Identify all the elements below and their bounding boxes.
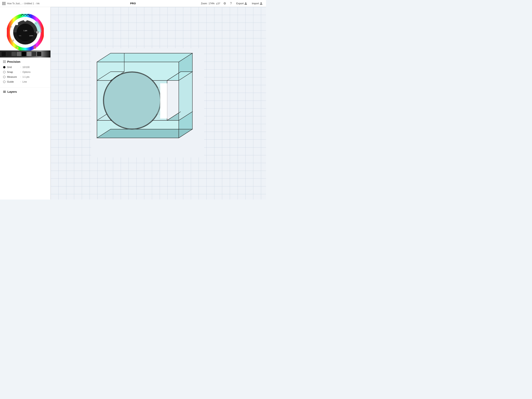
pro-label: PRO	[130, 2, 136, 5]
svg-rect-1	[245, 4, 247, 5]
svg-rect-3	[260, 4, 262, 4]
svg-point-23	[17, 47, 19, 49]
guide-radio[interactable]	[3, 81, 6, 83]
precision-guide-row: Guide › Line	[3, 80, 47, 83]
guide-value: Line	[22, 80, 27, 83]
swatch-gray[interactable]	[12, 52, 16, 56]
breadcrumb-part1[interactable]: How To Just...	[7, 2, 22, 5]
grid-value: 10/100	[22, 66, 30, 69]
settings-icon[interactable]: ⚙	[223, 1, 227, 6]
precision-icon	[3, 60, 6, 63]
export-icon	[244, 2, 247, 5]
layers-title: Layers	[7, 90, 17, 93]
measure-label[interactable]: Measure	[7, 75, 19, 78]
breadcrumb-part2[interactable]: Untitled 1	[24, 2, 34, 5]
svg-text:7: 7	[9, 38, 10, 39]
grid-radio[interactable]	[3, 66, 6, 68]
topbar-right: Zoom: 174% ∠0° ⚙ ? Export Import	[201, 1, 264, 6]
color-wheel-svg: 2 1 40 20 7 120 1 pts 0% 100%	[7, 14, 44, 51]
svg-text:1: 1	[40, 31, 41, 33]
precision-grid-row: Grid › 10/100	[3, 66, 47, 69]
layers-header: Layers	[3, 90, 47, 93]
brush-area: 2 1 40 20 7 120 1 pts 0% 100%	[0, 7, 51, 58]
pro-badge: PRO	[130, 2, 136, 5]
export-label: Export	[236, 2, 244, 5]
topbar-left: How To Just... › Untitled 1 › Ink	[2, 2, 201, 5]
svg-text:1 pts: 1 pts	[23, 30, 27, 32]
canvas-area[interactable]: .face-top { fill: #b8eaeb; stroke: #2a2a…	[51, 7, 266, 200]
swatch-charcoal[interactable]	[32, 52, 36, 56]
swatch-midgray[interactable]	[17, 52, 21, 56]
layers-menu-icon	[3, 91, 6, 93]
svg-text:2: 2	[25, 15, 26, 17]
svg-point-11	[36, 31, 39, 34]
precision-snap-row: Snap › Options	[3, 71, 47, 73]
breadcrumb-part3[interactable]: Ink	[36, 2, 39, 5]
snap-radio[interactable]	[3, 71, 6, 73]
svg-marker-2	[245, 2, 247, 4]
layers-section: Layers	[0, 88, 51, 96]
snap-label[interactable]: Snap	[7, 71, 19, 73]
swatch-dark[interactable]	[7, 52, 11, 56]
precision-header: Precision	[3, 60, 47, 63]
svg-text:100%: 100%	[29, 35, 33, 37]
grid-label[interactable]: Grid	[7, 66, 19, 69]
svg-marker-76	[179, 72, 192, 120]
import-label: Import	[252, 2, 259, 5]
svg-point-9	[17, 24, 34, 41]
import-button[interactable]: Import	[251, 1, 264, 5]
breadcrumb-sep2: ›	[35, 2, 36, 5]
topbar: How To Just... › Untitled 1 › Ink PRO Zo…	[0, 0, 266, 7]
guide-label[interactable]: Guide	[7, 80, 19, 83]
zoom-info: Zoom: 174% ∠0°	[201, 2, 221, 5]
color-wheel[interactable]: 2 1 40 20 7 120 1 pts 0% 100%	[7, 14, 44, 51]
app-grid-icon[interactable]	[2, 2, 6, 5]
precision-section: Precision Grid › 10/100 Snap › Options M…	[0, 58, 51, 88]
import-icon	[260, 2, 262, 5]
precision-measure-row: Measure › 1:1 pts	[3, 75, 47, 78]
swatch-black[interactable]	[1, 52, 6, 56]
snap-options[interactable]: Options	[22, 71, 30, 73]
swatch-black2[interactable]	[22, 52, 26, 56]
svg-rect-22	[34, 46, 36, 49]
swatch-nearblack[interactable]	[37, 52, 41, 56]
svg-rect-0	[245, 4, 247, 4]
breadcrumb-sep1: ›	[22, 2, 23, 5]
export-button[interactable]: Export	[235, 1, 248, 5]
svg-marker-5	[260, 3, 262, 4]
precision-title: Precision	[7, 60, 20, 63]
svg-text:120: 120	[9, 26, 12, 28]
svg-marker-77	[97, 129, 192, 138]
svg-point-10	[24, 19, 27, 21]
svg-text:0%: 0%	[19, 35, 21, 37]
svg-marker-71	[97, 53, 192, 62]
svg-point-12	[16, 23, 18, 25]
swatch-bar	[0, 51, 51, 58]
measure-radio[interactable]	[3, 76, 6, 78]
measure-value: 1:1 pts	[22, 76, 29, 78]
svg-rect-4	[260, 4, 262, 5]
breadcrumb: How To Just... › Untitled 1 › Ink	[7, 2, 39, 5]
3d-shape-svg: .face-top { fill: #b8eaeb; stroke: #2a2a…	[91, 48, 204, 157]
shape-container: .face-top { fill: #b8eaeb; stroke: #2a2a…	[91, 48, 204, 158]
help-icon[interactable]: ?	[229, 1, 233, 6]
swatch-lightgray[interactable]	[27, 52, 31, 56]
sidebar: 2 1 40 20 7 120 1 pts 0% 100%	[0, 7, 51, 200]
